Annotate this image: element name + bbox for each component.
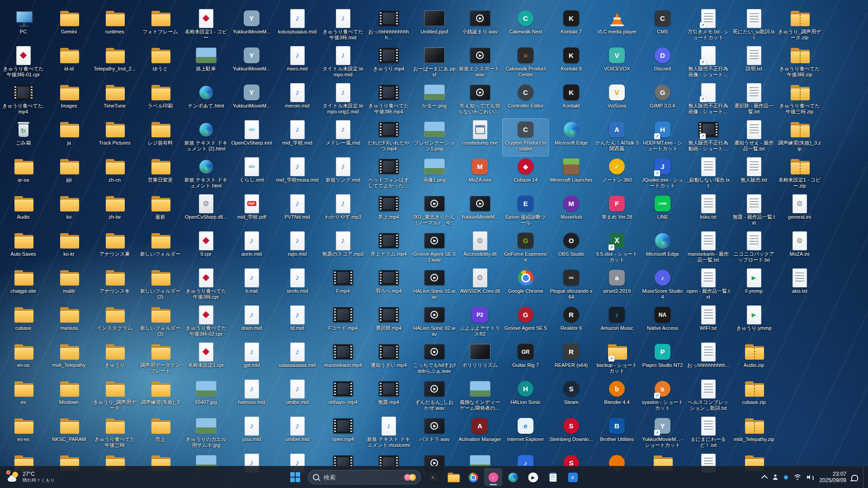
desktop-icon[interactable]: 名称未設定1 - コピー.zip [777,156,822,193]
desktop-icon[interactable]: ↗無人販売不正行為画像 - ショートカッ... [685,45,731,82]
desktop-icon[interactable]: アナウンス夏 [92,230,137,267]
desktop-icon[interactable]: KKontakt [548,82,594,119]
desktop-icon[interactable]: Y↗YukkuriMovieM... - ショートカット [640,415,685,452]
desktop-icon[interactable]: 新しいフォルダー (3) [137,304,183,341]
desktop-icon[interactable]: YYukkuriMovieM... [229,45,274,82]
desktop-icon[interactable]: ⚙MoZA.ini [777,230,822,267]
desktop-icon[interactable]: zh-tw [92,193,137,230]
desktop-icon[interactable]: 名称未設定1.cpr [183,341,229,378]
search-input[interactable] [323,474,401,481]
desktop-icon[interactable]: ohhayo-.mp4 [320,378,366,415]
desktop-icon[interactable]: Auto Saves [0,230,46,267]
desktop-icon[interactable]: id-id [46,45,92,82]
desktop-icon[interactable]: Fコード.mp4 [320,304,366,341]
desktop-icon[interactable]: ♪無題のスコア.mp3 [320,230,366,267]
desktop-icon[interactable]: だれだFXいれたやつ.mp4 [366,119,411,156]
desktop-icon[interactable]: PC [0,8,46,45]
desktop-icon[interactable]: きゅうり [92,341,137,378]
desktop-icon[interactable]: 最新 [137,193,183,230]
media-player-button[interactable]: ▶ [524,468,542,486]
desktop-icon[interactable]: 無人販売.txt [731,156,777,193]
desktop-icon[interactable]: ⚙AWSSDK.Core.dll [457,267,503,304]
desktop-icon[interactable]: open - 親作品一覧.txt [685,267,731,304]
desktop-icon[interactable]: まにまにわーるど！.txt [685,415,731,452]
desktop-icon[interactable]: ksks.txt [685,193,731,230]
desktop-icon[interactable]: _起動しない場合.txt [685,156,731,193]
desktop-icon[interactable]: ▶YukkuriMovieM... [457,193,503,230]
desktop-icon[interactable]: レジ袋有料 [137,119,183,156]
desktop-icon[interactable]: ↗backup - ショートカット [594,341,640,378]
desktop-icon[interactable]: ↗無人販売不正行為画像 - ショートカット [685,82,731,119]
desktop-icon[interactable]: GGIMP 3.0.4 [640,82,685,119]
desktop-icon[interactable]: インスタグラム [92,304,137,341]
desktop-icon[interactable]: ♪aorin.mid [229,230,274,267]
desktop-icon[interactable]: ♪b.mid [229,267,274,304]
desktop-icon[interactable]: 調声練習(失敗)_3.zip [777,119,822,156]
desktop-icon[interactable]: LINELINE [640,193,685,230]
desktop-icon[interactable]: en-us [0,341,46,378]
desktop-icon[interactable]: Audio [0,193,46,230]
desktop-icon[interactable]: 通知うざい.mp4 [366,341,411,378]
desktop-icon[interactable]: 井上ドラム.mp4 [366,230,411,267]
desktop-icon[interactable]: 説明.txt [731,45,777,82]
desktop-icon[interactable]: ▶こっちでもhdすおfdsbらぶぁ.wav [411,341,457,378]
desktop-icon[interactable]: cubase.zip [731,378,777,415]
desktop-icon[interactable]: es [0,378,46,415]
desktop-icon[interactable]: ♪gpt.mid [229,341,274,378]
desktop-icon[interactable]: ko [46,193,92,230]
desktop-icon[interactable]: Microsoft Edge [548,119,594,156]
desktop-icon[interactable]: ar-sa [0,156,46,193]
desktop-icon[interactable]: malib [46,267,92,304]
desktop-icon[interactable]: 名称未設定1 - コピー [183,8,229,45]
file-explorer-button[interactable] [444,468,462,486]
desktop-icon[interactable]: KKontakt 8 [548,45,594,82]
desktop-icon[interactable]: Minecraft Launcher [548,156,594,193]
show-desktop-button[interactable] [863,466,865,488]
desktop-icon[interactable]: 井上.mp4 [366,193,411,230]
desktop-icon[interactable]: jijii [46,156,92,193]
desktop-icon[interactable]: GRGuitar Rig 7 [503,341,548,378]
desktop-icon[interactable]: open.mp4 [320,415,366,452]
desktop-icon[interactable]: ♪umibe.mid [274,378,320,415]
desktop-icon[interactable]: 9.cpr [183,230,229,267]
desktop-icon[interactable]: ja [46,119,92,156]
desktop-icon[interactable]: PPiapro Studio NT2 [640,341,685,378]
desktop-icon[interactable]: ⚙OpenCvSharp.dll... [183,193,229,230]
desktop-icon[interactable]: ▶バスドラ.wav [411,415,457,452]
notepad-button[interactable] [544,468,562,486]
desktop-icon[interactable]: ♪mero.mid [274,45,320,82]
desktop-icon[interactable]: ▶ずんだもん_しおかぜ.wav [411,378,457,415]
desktop-icon[interactable]: きゅうり食べてた午後3時.mp4 [366,82,411,119]
desktop-icon[interactable]: CCrypton Product Installer [503,119,548,156]
desktop-icon[interactable]: 羽ろへ.mp4 [366,267,411,304]
desktop-icon[interactable]: VLC media player [594,8,640,45]
desktop-icon[interactable]: es-es [0,415,46,452]
desktop-icon[interactable]: ♪hamusu.mid [229,378,274,415]
google-chrome-button[interactable] [464,468,482,486]
clip-studio-button[interactable]: C [564,468,582,486]
desktop-icon[interactable]: Untitled.ppsf [411,8,457,45]
desktop-icon[interactable]: きゅうり食べてた午後三時.zip [777,82,822,119]
desktop-icon[interactable]: 無題.mp4 [366,378,411,415]
desktop-icon[interactable]: OOBS Studio [548,230,594,267]
desktop-icon[interactable]: midi_Telepathy [46,341,92,378]
desktop-icon[interactable]: cubase [0,304,46,341]
desktop-icon[interactable]: ♪meroin.mid [274,82,320,119]
desktop-icon[interactable]: Images [46,82,92,119]
desktop-icon[interactable]: GGeForce Experience [503,230,548,267]
desktop-icon[interactable]: ♪きゅうり食べてた午後3時.mid [320,8,366,45]
desktop-icon[interactable]: F.mp4 [320,267,366,304]
desktop-icon[interactable]: YYukkuriMovieM... [229,82,274,119]
desktop-icon[interactable]: きゅうり_調声用データ [92,378,137,415]
desktop-icon[interactable]: ⚙Accessibility.dll [457,230,503,267]
desktop-icon[interactable]: かるー.png [411,82,457,119]
desktop-icon[interactable]: PDFmid_学校.pdf [229,193,274,230]
desktop-icon[interactable]: 新規 テキスト ドキュメント (2).html [183,119,229,156]
desktop-icon[interactable]: eInternet Explorer [503,415,548,452]
desktop-icon[interactable]: SSteam [548,378,594,415]
desktop-icon[interactable]: ko-kr [46,230,92,267]
desktop-icon[interactable]: アナウンス冬 [92,267,137,304]
search-box[interactable] [308,470,421,484]
desktop-icon[interactable]: 通知うぜえ - 親作品一覧.txt [731,119,777,156]
desktop-icon[interactable]: ♪kotusytuaaus.mid [274,8,320,45]
